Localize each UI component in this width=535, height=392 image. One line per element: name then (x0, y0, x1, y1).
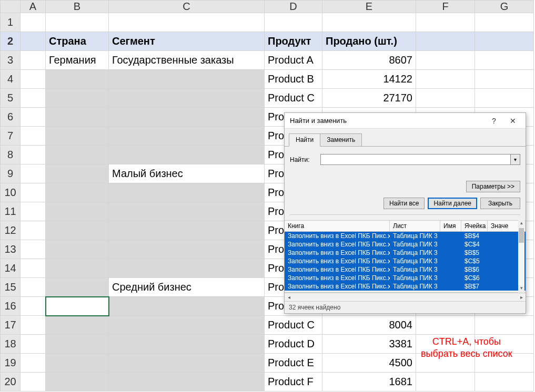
cell[interactable]: Product D (265, 335, 322, 354)
result-row[interactable]: Заполнить вниз в Excel ПКБ Пикс.xlsxТабл… (285, 274, 526, 282)
cell[interactable] (109, 335, 265, 354)
cell[interactable]: 4500 (322, 354, 416, 373)
col-header-C[interactable]: C (109, 1, 265, 13)
scroll-up-icon[interactable]: ▴ (518, 220, 524, 228)
cell[interactable] (46, 354, 109, 373)
tab-find[interactable]: Найти (289, 133, 320, 147)
cell[interactable] (109, 240, 265, 259)
scroll-left-icon[interactable]: ◂ (285, 294, 293, 300)
cell[interactable] (46, 202, 109, 221)
cell[interactable] (21, 146, 46, 164)
cell[interactable] (46, 108, 109, 127)
row-header[interactable]: 19 (1, 354, 21, 373)
scroll-right-icon[interactable]: ▸ (517, 294, 526, 300)
row-header[interactable]: 4 (1, 70, 21, 89)
cell[interactable]: Product A (265, 51, 322, 70)
cell[interactable]: 3381 (322, 335, 416, 354)
find-next-button[interactable]: Найти далее (428, 198, 477, 209)
result-row[interactable]: Заполнить вниз в Excel ПКБ Пикс.xlsxТабл… (285, 265, 526, 274)
cell[interactable] (416, 32, 475, 51)
row-header[interactable]: 8 (1, 146, 21, 164)
cell[interactable] (475, 13, 534, 32)
cell[interactable] (46, 127, 109, 146)
cell[interactable] (109, 297, 265, 316)
cell[interactable] (46, 221, 109, 240)
col-header-B[interactable]: B (46, 1, 109, 13)
row-header[interactable]: 10 (1, 183, 21, 202)
row-header[interactable]: 14 (1, 259, 21, 278)
result-row[interactable]: Заполнить вниз в Excel ПКБ Пикс.xlsxТабл… (285, 232, 526, 240)
row-header[interactable]: 16 (1, 297, 21, 316)
cell[interactable] (46, 297, 109, 316)
col-book[interactable]: Книга (285, 221, 390, 231)
cell[interactable] (46, 183, 109, 202)
cell[interactable] (109, 259, 265, 278)
cell[interactable] (21, 164, 46, 183)
cell[interactable] (21, 354, 46, 373)
cell[interactable]: Малый бизнес (109, 164, 265, 183)
cell[interactable] (265, 13, 322, 32)
results-hscroll[interactable]: ◂ ▸ (285, 293, 526, 301)
cell[interactable] (46, 316, 109, 335)
cell[interactable] (21, 32, 46, 51)
cell[interactable] (46, 164, 109, 183)
select-all-corner[interactable] (1, 1, 21, 13)
scroll-down-icon[interactable]: ▾ (518, 285, 524, 293)
close-button[interactable]: Закрыть (480, 198, 520, 209)
close-icon[interactable]: ✕ (503, 114, 522, 128)
row-header[interactable]: 17 (1, 316, 21, 335)
cell[interactable] (475, 373, 534, 391)
row-header[interactable]: 5 (1, 89, 21, 108)
cell[interactable] (46, 335, 109, 354)
cell[interactable]: Product B (265, 70, 322, 89)
cell[interactable] (109, 70, 265, 89)
cell[interactable] (21, 278, 46, 297)
cell[interactable] (109, 89, 265, 108)
cell[interactable] (46, 13, 109, 32)
result-row[interactable]: Заполнить вниз в Excel ПКБ Пикс.xlsxТабл… (285, 282, 526, 291)
col-cell[interactable]: Ячейка (461, 221, 488, 231)
row-header[interactable]: 6 (1, 108, 21, 127)
results-header[interactable]: Книга Лист Имя Ячейка Значе (285, 220, 526, 232)
find-all-button[interactable]: Найти все (383, 198, 425, 209)
cell[interactable] (109, 373, 265, 391)
cell[interactable] (475, 316, 534, 335)
row-header[interactable]: 2 (1, 32, 21, 51)
row-header[interactable]: 9 (1, 164, 21, 183)
cell[interactable] (21, 335, 46, 354)
cell[interactable] (46, 259, 109, 278)
cell[interactable] (21, 70, 46, 89)
cell[interactable] (21, 202, 46, 221)
results-vscroll[interactable]: ▴ ▾ (518, 220, 524, 293)
cell[interactable] (46, 146, 109, 164)
cell[interactable] (46, 89, 109, 108)
cell[interactable]: Германия (46, 51, 109, 70)
cell[interactable] (21, 89, 46, 108)
cell[interactable]: Продано (шт.) (322, 32, 416, 51)
col-header-G[interactable]: G (475, 1, 534, 13)
col-header-E[interactable]: E (322, 1, 416, 13)
cell[interactable]: Средний бизнес (109, 278, 265, 297)
cell[interactable] (109, 127, 265, 146)
cell[interactable]: Product E (265, 354, 322, 373)
row-header[interactable]: 11 (1, 202, 21, 221)
cell[interactable] (46, 70, 109, 89)
col-name[interactable]: Имя (440, 221, 461, 231)
result-row[interactable]: Заполнить вниз в Excel ПКБ Пикс.xlsxТабл… (285, 240, 526, 249)
cell[interactable] (322, 13, 416, 32)
cell[interactable] (21, 316, 46, 335)
row-header[interactable]: 7 (1, 127, 21, 146)
row-header[interactable]: 13 (1, 240, 21, 259)
cell[interactable] (109, 183, 265, 202)
cell[interactable]: 8004 (322, 316, 416, 335)
row-header[interactable]: 3 (1, 51, 21, 70)
result-row[interactable]: Заполнить вниз в Excel ПКБ Пикс.xlsxТабл… (285, 257, 526, 265)
cell[interactable] (46, 278, 109, 297)
cell[interactable] (416, 70, 475, 89)
cell[interactable]: 27170 (322, 89, 416, 108)
cell[interactable] (21, 297, 46, 316)
result-row[interactable]: Заполнить вниз в Excel ПКБ Пикс.xlsxТабл… (285, 249, 526, 257)
cell[interactable]: 8607 (322, 51, 416, 70)
cell[interactable] (475, 32, 534, 51)
cell[interactable] (46, 373, 109, 391)
